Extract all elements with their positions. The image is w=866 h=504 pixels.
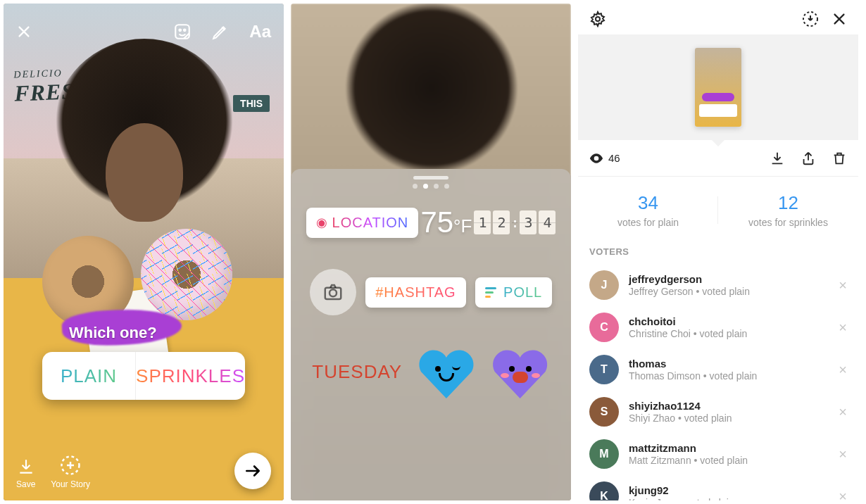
delete-button[interactable] bbox=[832, 151, 847, 166]
next-button[interactable] bbox=[234, 453, 271, 489]
avatar: T bbox=[589, 355, 619, 384]
sticker-tray-screen: ◉ LOCATION 75°F 1 2 : 3 4 #HASHTAG bbox=[291, 4, 571, 500]
svg-point-2 bbox=[184, 30, 186, 32]
voter-subtitle: Christine Choi • voted plain bbox=[629, 328, 829, 339]
voter-row[interactable]: Sshiyizhao1124Shiyi Zhao • voted plain× bbox=[578, 391, 858, 433]
story-thumbnail[interactable] bbox=[695, 48, 741, 127]
hashtag-sticker[interactable]: #HASHTAG bbox=[365, 277, 465, 308]
svg-point-6 bbox=[596, 17, 600, 21]
voter-subtitle: Kevin Jung • voted plain bbox=[629, 497, 829, 500]
save-button[interactable]: Save bbox=[16, 458, 35, 489]
heart-sticker-purple[interactable] bbox=[491, 345, 550, 398]
avatar: C bbox=[589, 313, 619, 342]
poll-result-a: 34 votes for plain bbox=[578, 192, 718, 228]
save-circle-icon bbox=[802, 11, 819, 27]
page-indicator bbox=[291, 184, 571, 189]
settings-button[interactable] bbox=[589, 11, 606, 27]
voter-username: thomas bbox=[629, 358, 829, 370]
camera-icon bbox=[322, 282, 344, 303]
story-thumbnail-strip bbox=[578, 34, 858, 140]
svg-point-5 bbox=[330, 289, 337, 296]
story-editor-screen: DELICIO FRESH PIES THIS Aa Which one? PL… bbox=[4, 4, 284, 500]
dismiss-voter-button[interactable]: × bbox=[839, 320, 847, 336]
voters-heading: VOTERS bbox=[578, 246, 858, 264]
view-count: 46 bbox=[589, 152, 620, 164]
avatar: M bbox=[589, 439, 619, 469]
poll-results-screen: 46 34 votes for plain 12 votes for sprin… bbox=[578, 4, 858, 500]
download-icon bbox=[17, 458, 35, 476]
voter-row[interactable]: TthomasThomas Dimson • voted plain× bbox=[578, 348, 858, 391]
close-icon bbox=[832, 11, 847, 27]
voter-username: kjung92 bbox=[629, 484, 829, 496]
voter-row[interactable]: Kkjung92Kevin Jung • voted plain× bbox=[578, 475, 858, 500]
poll-option-b[interactable]: SPRINKLES bbox=[136, 352, 245, 400]
voter-subtitle: Shiyi Zhao • voted plain bbox=[629, 412, 829, 424]
save-all-button[interactable] bbox=[802, 11, 819, 27]
avatar: K bbox=[589, 481, 619, 500]
dismiss-voter-button[interactable]: × bbox=[839, 362, 847, 378]
arrow-right-icon bbox=[244, 462, 262, 480]
poll-option-a[interactable]: PLAIN bbox=[42, 352, 136, 400]
heart-sticker-blue[interactable] bbox=[417, 345, 476, 398]
svg-rect-0 bbox=[176, 25, 190, 39]
selfie-sticker[interactable] bbox=[310, 269, 356, 315]
voter-username: chchoitoi bbox=[629, 315, 829, 327]
voter-username: jeffreydgerson bbox=[629, 273, 829, 285]
gear-icon bbox=[589, 11, 606, 27]
text-button[interactable]: Aa bbox=[249, 22, 271, 42]
share-button[interactable] bbox=[801, 151, 816, 166]
temperature-sticker[interactable]: 75°F bbox=[420, 206, 472, 239]
voters-list: JjeffreydgersonJeffrey Gerson • voted pl… bbox=[578, 264, 858, 500]
poll-sticker[interactable]: Which one? PLAIN SPRINKLES bbox=[42, 324, 245, 400]
drag-handle[interactable] bbox=[413, 176, 448, 179]
poll-bars-icon bbox=[485, 287, 496, 298]
dismiss-voter-button[interactable]: × bbox=[839, 404, 847, 420]
voter-subtitle: Jeffrey Gerson • voted plain bbox=[629, 286, 829, 297]
voter-subtitle: Matt Zitzmann • voted plain bbox=[629, 455, 829, 466]
story-photo: DELICIO FRESH PIES THIS bbox=[4, 4, 284, 500]
close-button[interactable] bbox=[832, 11, 847, 27]
poll-result-b: 12 votes for sprinkles bbox=[718, 192, 858, 228]
poll-question: Which one? bbox=[42, 324, 245, 342]
draw-button[interactable] bbox=[211, 23, 230, 41]
sticker-button[interactable] bbox=[173, 23, 192, 41]
location-sticker[interactable]: ◉ LOCATION bbox=[306, 208, 419, 238]
store-sign-right: THIS bbox=[233, 95, 270, 112]
poll-results: 34 votes for plain 12 votes for sprinkle… bbox=[578, 177, 858, 246]
share-icon bbox=[801, 151, 816, 166]
avatar: S bbox=[589, 397, 619, 427]
pin-icon: ◉ bbox=[316, 215, 328, 230]
voter-subtitle: Thomas Dimson • voted plain bbox=[629, 370, 829, 382]
dismiss-voter-button[interactable]: × bbox=[839, 446, 847, 462]
voter-username: mattzitzmann bbox=[629, 442, 829, 454]
download-icon bbox=[770, 151, 785, 166]
your-story-button[interactable]: Your Story bbox=[51, 455, 90, 489]
add-story-icon bbox=[60, 455, 81, 476]
donut-sprinkles bbox=[141, 229, 232, 320]
voter-username: shiyizhao1124 bbox=[629, 400, 829, 412]
download-button[interactable] bbox=[770, 151, 785, 166]
dismiss-voter-button[interactable]: × bbox=[839, 489, 847, 501]
clock-sticker[interactable]: 1 2 : 3 4 bbox=[474, 210, 556, 234]
day-sticker[interactable]: TUESDAY bbox=[312, 361, 402, 383]
dismiss-voter-button[interactable]: × bbox=[839, 277, 847, 294]
svg-point-1 bbox=[180, 30, 182, 32]
avatar: J bbox=[589, 270, 619, 300]
trash-icon bbox=[832, 151, 847, 166]
close-button[interactable] bbox=[16, 24, 32, 39]
poll-sticker-option[interactable]: POLL bbox=[475, 277, 552, 308]
voter-row[interactable]: JjeffreydgersonJeffrey Gerson • voted pl… bbox=[578, 264, 858, 306]
voter-row[interactable]: CchchoitoiChristine Choi • voted plain× bbox=[578, 306, 858, 348]
sticker-tray[interactable]: ◉ LOCATION 75°F 1 2 : 3 4 #HASHTAG bbox=[291, 169, 571, 500]
eye-icon bbox=[589, 153, 603, 163]
voter-row[interactable]: MmattzitzmannMatt Zitzmann • voted plain… bbox=[578, 433, 858, 475]
